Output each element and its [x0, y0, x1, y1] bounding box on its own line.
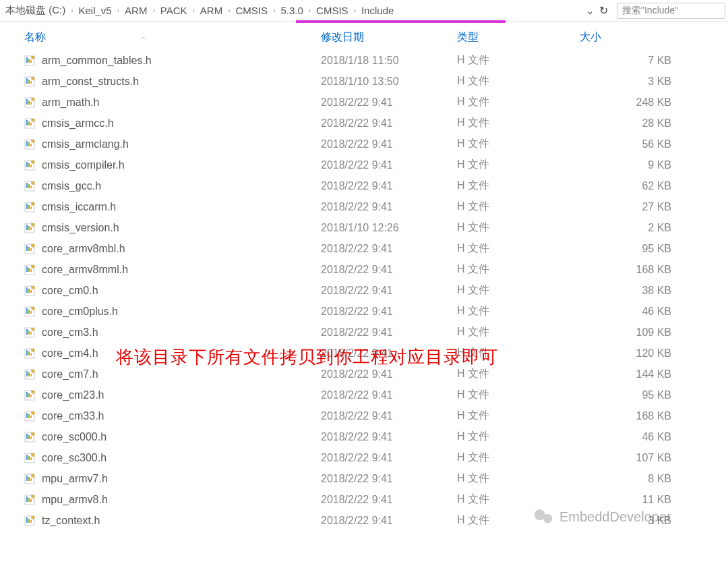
breadcrumb-item[interactable]: ARM — [123, 5, 148, 16]
breadcrumb-item[interactable]: CMSIS — [235, 5, 270, 16]
h-file-icon — [24, 223, 35, 233]
file-date: 2018/1/10 13:50 — [297, 76, 445, 88]
file-name-cell: arm_const_structs.h — [0, 76, 297, 88]
file-type: H 文件 — [445, 158, 566, 172]
breadcrumb-item[interactable]: 本地磁盘 (C:) — [4, 4, 67, 17]
file-row[interactable]: arm_common_tables.h2018/1/18 11:50H 文件7 … — [0, 50, 728, 71]
file-type: H 文件 — [445, 241, 566, 256]
svg-rect-87 — [30, 499, 32, 502]
file-row[interactable]: core_cm3.h2018/2/22 9:41H 文件109 KB — [0, 322, 728, 343]
file-row[interactable]: core_armv8mml.h2018/2/22 9:41H 文件168 KB — [0, 259, 728, 280]
svg-rect-21 — [26, 162, 28, 167]
file-row[interactable]: core_armv8mbl.h2018/2/22 9:41H 文件95 KB — [0, 238, 728, 259]
svg-rect-82 — [28, 477, 30, 481]
file-size: 28 KB — [566, 117, 681, 130]
file-type: H 文件 — [445, 346, 566, 360]
file-row[interactable]: core_cm23.h2018/2/22 9:41H 文件95 KB — [0, 384, 728, 405]
file-row[interactable]: cmsis_compiler.h2018/2/22 9:41H 文件9 KB — [0, 154, 728, 175]
file-name: cmsis_compiler.h — [42, 159, 125, 171]
file-type: H 文件 — [445, 53, 566, 67]
file-type: H 文件 — [445, 304, 566, 318]
address-dropdown-icon[interactable]: ⌄ — [586, 5, 595, 17]
file-name-cell: cmsis_armclang.h — [0, 138, 297, 150]
search-input[interactable]: 搜索"Include" — [617, 3, 725, 19]
svg-rect-47 — [30, 290, 32, 293]
file-row[interactable]: arm_const_structs.h2018/1/10 13:50H 文件3 … — [0, 71, 728, 92]
file-row[interactable]: arm_math.h2018/2/22 9:41H 文件248 KB — [0, 92, 728, 113]
file-name: mpu_armv7.h — [42, 473, 108, 485]
file-row[interactable]: cmsis_iccarm.h2018/2/22 9:41H 文件27 KB — [0, 196, 728, 217]
svg-rect-74 — [28, 435, 30, 439]
svg-rect-59 — [30, 353, 32, 355]
header-type[interactable]: 类型 — [445, 30, 566, 45]
file-size: 2 KB — [566, 222, 681, 234]
file-date: 2018/2/22 9:41 — [297, 159, 445, 171]
breadcrumb-item[interactable]: ARM — [199, 5, 224, 16]
svg-rect-65 — [26, 392, 28, 397]
file-row[interactable]: core_cm33.h2018/2/22 9:41H 文件168 KB — [0, 405, 728, 426]
file-size: 107 KB — [566, 452, 681, 464]
file-row[interactable]: core_sc000.h2018/2/22 9:41H 文件46 KB — [0, 426, 728, 447]
file-name-cell: core_cm0plus.h — [0, 306, 297, 318]
svg-rect-38 — [28, 247, 30, 251]
svg-rect-45 — [26, 287, 28, 293]
file-row[interactable]: mpu_armv7.h2018/2/22 9:41H 文件8 KB — [0, 468, 728, 489]
file-name-cell: core_cm33.h — [0, 410, 297, 422]
sort-indicator-icon: ︿ — [140, 32, 147, 42]
breadcrumb-item[interactable]: PACK — [159, 5, 189, 16]
svg-rect-55 — [30, 332, 32, 335]
h-file-icon — [24, 432, 35, 443]
file-row[interactable]: cmsis_gcc.h2018/2/22 9:41H 文件62 KB — [0, 175, 728, 196]
svg-rect-7 — [30, 81, 32, 84]
chevron-right-icon: › — [188, 7, 198, 14]
file-list: arm_common_tables.h2018/1/18 11:50H 文件7 … — [0, 49, 728, 531]
file-row[interactable]: core_sc300.h2018/2/22 9:41H 文件107 KB — [0, 447, 728, 468]
breadcrumb-item[interactable]: Include — [360, 5, 395, 16]
file-type: H 文件 — [445, 492, 566, 507]
file-type: H 文件 — [445, 283, 566, 297]
file-date: 2018/2/22 9:41 — [297, 431, 445, 443]
file-row[interactable]: core_cm7.h2018/2/22 9:41H 文件144 KB — [0, 364, 728, 384]
file-size: 46 KB — [566, 306, 681, 318]
header-size[interactable]: 大小 — [566, 30, 728, 45]
refresh-icon[interactable]: ↻ — [595, 4, 612, 17]
file-size: 248 KB — [566, 96, 681, 109]
file-name: arm_math.h — [42, 96, 99, 109]
file-type: H 文件 — [445, 409, 566, 423]
h-file-icon — [24, 348, 35, 359]
svg-rect-17 — [26, 141, 28, 146]
breadcrumb-item[interactable]: CMSIS — [315, 5, 350, 16]
file-row[interactable]: cmsis_armclang.h2018/2/22 9:41H 文件56 KB — [0, 134, 728, 154]
svg-rect-67 — [30, 395, 32, 397]
file-date: 2018/2/22 9:41 — [297, 96, 445, 109]
chevron-right-icon: › — [305, 7, 315, 14]
file-date: 2018/2/22 9:41 — [297, 347, 445, 360]
svg-rect-29 — [26, 204, 28, 209]
file-name-cell: core_cm3.h — [0, 326, 297, 339]
breadcrumb-item[interactable]: Keil_v5 — [78, 5, 113, 16]
file-size: 168 KB — [566, 264, 681, 276]
file-name: core_cm33.h — [42, 410, 104, 422]
file-date: 2018/2/22 9:41 — [297, 117, 445, 130]
file-row[interactable]: core_cm4.h2018/2/22 9:41H 文件120 KB — [0, 343, 728, 364]
svg-rect-83 — [30, 478, 32, 481]
file-row[interactable]: mpu_armv8.h2018/2/22 9:41H 文件11 KB — [0, 489, 728, 510]
svg-rect-23 — [30, 165, 32, 167]
file-name-cell: core_cm0.h — [0, 285, 297, 297]
file-row[interactable]: cmsis_armcc.h2018/2/22 9:41H 文件28 KB — [0, 113, 728, 134]
header-date[interactable]: 修改日期 — [297, 30, 445, 45]
breadcrumb-item[interactable]: 5.3.0 — [279, 5, 304, 16]
file-name: cmsis_armclang.h — [42, 138, 129, 150]
svg-rect-41 — [26, 266, 28, 272]
file-name: core_sc000.h — [42, 431, 107, 443]
file-row[interactable]: core_cm0.h2018/2/22 9:41H 文件38 KB — [0, 280, 728, 301]
file-row[interactable]: cmsis_version.h2018/1/10 12:26H 文件2 KB — [0, 217, 728, 238]
breadcrumb: 本地磁盘 (C:)›Keil_v5›ARM›PACK›ARM›CMSIS›5.3… — [3, 4, 582, 17]
file-row[interactable]: core_cm0plus.h2018/2/22 9:41H 文件46 KB — [0, 301, 728, 322]
h-file-icon — [24, 390, 35, 401]
file-row[interactable]: tz_context.h2018/2/22 9:41H 文件3 KB — [0, 510, 728, 531]
h-file-icon — [24, 369, 35, 380]
file-date: 2018/2/22 9:41 — [297, 389, 445, 401]
header-name[interactable]: 名称 ︿ — [0, 30, 297, 45]
svg-rect-39 — [30, 248, 32, 251]
